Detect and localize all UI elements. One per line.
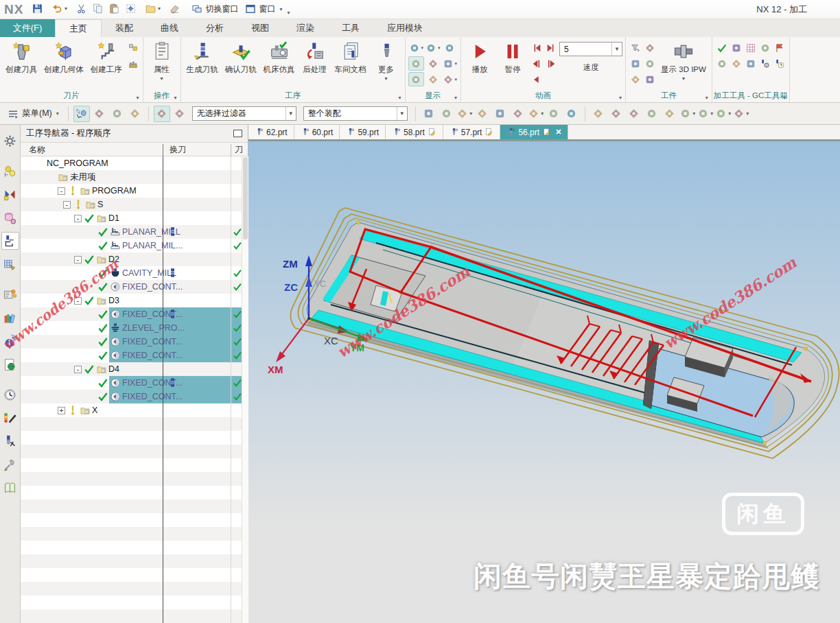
tree-expander[interactable]: - [74, 256, 82, 263]
tab-装配[interactable]: 装配 [102, 19, 147, 37]
tree-row[interactable]: PLANAR_MILL [21, 225, 242, 239]
ribbon-small-button[interactable] [408, 72, 425, 86]
copy-button[interactable] [89, 1, 106, 16]
tree-expander[interactable]: + [58, 407, 65, 414]
part-tab-57.prt[interactable]: 57.prt [443, 125, 501, 139]
part-tab-59.prt[interactable]: 59.prt [340, 125, 386, 139]
cad-scene[interactable]: ZM ZC YC XC YM XM www.code386.com www.co… [248, 141, 840, 623]
tree-row[interactable]: CAVITY_MILL [21, 266, 242, 280]
group-dialog-arrow[interactable]: ▾ [454, 95, 457, 101]
ribbon-small-button[interactable] [126, 56, 140, 71]
marquee-button[interactable]: ▾ [528, 106, 544, 122]
tab-分析[interactable]: 分析 [192, 19, 237, 37]
chevron-down-icon[interactable]: ▼ [397, 107, 407, 120]
tab-曲线[interactable]: 曲线 [147, 19, 192, 37]
ribbon-small-button[interactable]: ▾ [442, 56, 458, 71]
save-button[interactable] [29, 1, 45, 16]
ribbon-button[interactable]: 显示 3D IPW▾ [658, 39, 709, 89]
tree-row[interactable]: -D4 [21, 362, 242, 376]
sidebar-item-process-assistant[interactable] [1, 285, 19, 303]
ribbon-button[interactable]: 创建刀具 [3, 39, 40, 89]
tree-row[interactable]: FIXED_CONT... [21, 390, 242, 403]
ribbon-button[interactable]: 播放 [464, 39, 495, 89]
ribbon-small-button[interactable] [629, 72, 642, 86]
group-dialog-arrow[interactable]: ▾ [619, 95, 622, 101]
group-dialog-arrow[interactable]: ▾ [398, 95, 401, 101]
tab-工具[interactable]: 工具 [328, 19, 373, 37]
tree-row[interactable]: +X [21, 403, 242, 417]
ribbon-button[interactable]: 更多▾ [371, 39, 402, 89]
window-button[interactable]: 窗口▾ [242, 2, 285, 16]
ribbon-button[interactable]: 后处理 [299, 39, 331, 89]
group-dialog-arrow[interactable]: ▾ [783, 95, 786, 101]
rotate-point-button[interactable] [474, 106, 491, 122]
move-robot-button[interactable] [492, 106, 509, 122]
tab-视图[interactable]: 视图 [237, 19, 283, 37]
undo-button[interactable]: ▾ [51, 1, 67, 16]
selection-scope-combo[interactable]: 整个装配▼ [303, 106, 408, 121]
target-button[interactable] [122, 1, 139, 16]
sel-point-button[interactable] [109, 106, 126, 122]
sel-cube-button[interactable] [73, 106, 90, 122]
ribbon-small-button[interactable] [744, 56, 758, 71]
sidebar-item-operation-nav[interactable] [1, 232, 19, 250]
ribbon-small-button[interactable] [643, 72, 657, 86]
tree-row[interactable]: ZLEVEL_PRO... [21, 321, 242, 335]
close-icon[interactable]: ✕ [555, 128, 561, 137]
selection-filter-combo[interactable]: 无选择过滤器▼ [192, 106, 296, 121]
ribbon-small-button[interactable] [408, 56, 425, 71]
ribbon-small-button[interactable] [530, 72, 544, 86]
ribbon-small-button[interactable] [730, 40, 743, 55]
ribbon-button[interactable]: 确认刀轨 [222, 39, 259, 89]
blue-cube-button[interactable] [563, 106, 580, 122]
ribbon-small-button[interactable] [643, 40, 657, 55]
switch-window-button[interactable]: 切换窗口 [188, 2, 242, 16]
ribbon-small-button[interactable] [126, 40, 140, 55]
sidebar-item-palette[interactable] [1, 409, 19, 427]
file-menu-button[interactable]: 文件(F) [0, 19, 55, 37]
sel-edge-button[interactable] [127, 106, 143, 122]
tab-渲染[interactable]: 渲染 [283, 19, 328, 37]
ribbon-button[interactable]: 机床仿真 [261, 39, 298, 89]
sidebar-item-assembly-nav[interactable] [1, 162, 19, 180]
column-toolchange[interactable]: 换刀 [170, 144, 186, 156]
ribbon-small-button[interactable] [425, 72, 441, 86]
part-tab-60.prt[interactable]: 60.prt [294, 125, 340, 139]
column-path[interactable]: 刀 [235, 144, 243, 156]
ribbon-small-button[interactable] [715, 56, 729, 71]
chevron-down-icon[interactable]: ▼ [285, 107, 296, 120]
sidebar-item-tool-wrench[interactable] [1, 456, 19, 473]
pan-hand-button[interactable] [608, 106, 625, 122]
ribbon-small-button[interactable] [730, 56, 743, 71]
eraser-button[interactable] [166, 1, 183, 16]
tree-row[interactable]: FIXED_CONT... [21, 349, 242, 362]
colorset-button[interactable]: ▾ [733, 106, 749, 122]
ribbon-button[interactable]: 生成刀轨 [184, 39, 221, 89]
ribbon-small-button[interactable] [442, 40, 458, 55]
shaded-cube-button[interactable] [546, 106, 562, 122]
tree-expander[interactable]: - [63, 201, 71, 209]
group-dialog-arrow[interactable]: ▾ [705, 95, 708, 101]
snap-mid-button[interactable] [154, 106, 170, 122]
sidebar-item-machine-nav[interactable] [1, 255, 19, 273]
part-tab-62.prt[interactable]: 62.prt [248, 125, 294, 139]
ribbon-small-button[interactable] [425, 56, 441, 71]
tree-row[interactable]: -D2 [21, 252, 242, 266]
ribbon-small-button[interactable] [744, 40, 758, 55]
tree-row[interactable]: PLANAR_MIL... [21, 239, 242, 252]
menu-button[interactable]: 菜单(M)▾ [3, 106, 63, 122]
tab-应用模块[interactable]: 应用模块 [373, 19, 436, 37]
ribbon-small-button[interactable] [715, 40, 729, 55]
ribbon-small-button[interactable] [773, 56, 786, 71]
tab-主页[interactable]: 主页 [55, 19, 102, 37]
tree-row[interactable]: FIXED_CONT... [21, 376, 242, 390]
ribbon-button[interactable]: 车间文档 [332, 39, 369, 89]
snap-crosshair-button[interactable] [510, 106, 526, 122]
ribbon-small-button[interactable]: ▾ [408, 40, 425, 55]
tree-row[interactable]: FIXED_CONT... [21, 307, 242, 321]
ghost-drop-button[interactable] [439, 106, 455, 122]
group-dialog-arrow[interactable]: ▾ [136, 95, 139, 101]
tree-row[interactable]: -D3 [21, 294, 242, 307]
locate-facet-button[interactable]: ▾ [456, 106, 473, 122]
sidebar-item-tool-find[interactable] [1, 432, 19, 450]
